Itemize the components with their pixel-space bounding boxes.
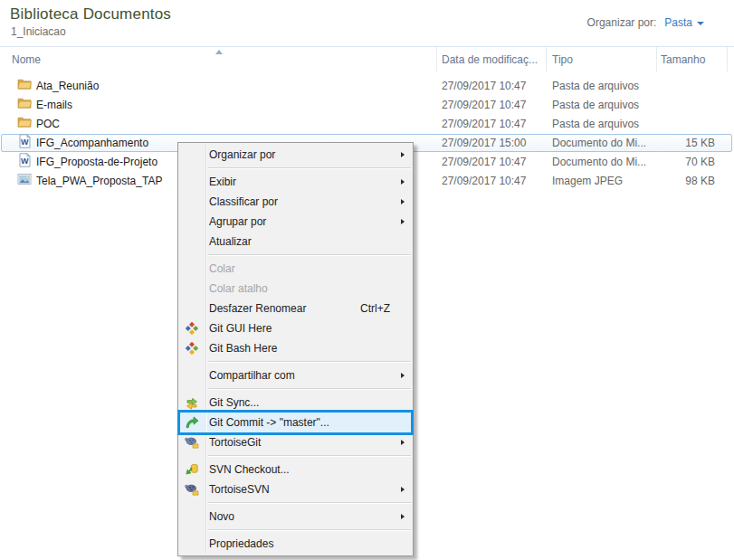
- menu-item-label: Compartilhar com: [209, 369, 295, 382]
- menu-item-label: Colar atalho: [209, 282, 268, 295]
- menu-item-git-gui-here[interactable]: Git GUI Here: [178, 318, 413, 338]
- organize-by-value: Pasta: [664, 16, 692, 29]
- menu-item-label: TortoiseGit: [209, 436, 261, 449]
- file-type: Pasta de arquivos: [552, 96, 639, 115]
- column-header-name[interactable]: Nome: [12, 53, 41, 66]
- svn-checkout-icon: [185, 462, 199, 477]
- column-separator: [546, 47, 547, 71]
- menu-item-label: Exibir: [209, 176, 236, 188]
- file-date: 27/09/2017 10:47: [442, 115, 526, 134]
- menu-separator: [178, 165, 413, 172]
- menu-item-git-sync[interactable]: Git Sync...: [178, 393, 413, 413]
- menu-item-tortoisesvn[interactable]: TortoiseSVN: [178, 479, 413, 499]
- menu-item-label: Git Commit -> "master"...: [209, 416, 329, 429]
- submenu-arrow-icon: [401, 514, 405, 519]
- menu-item-organizar-por[interactable]: Organizar por: [178, 145, 413, 165]
- file-date: 27/09/2017 10:47: [442, 96, 526, 115]
- organize-by-button[interactable]: Pasta: [664, 16, 704, 29]
- menu-item-propriedades[interactable]: Propriedades: [178, 534, 413, 554]
- word-doc-icon: W: [17, 153, 32, 167]
- file-name: Ata_Reunião: [36, 77, 99, 96]
- git-commit-arrow-icon: [185, 415, 199, 430]
- menu-item-shortcut: Ctrl+Z: [360, 302, 390, 315]
- menu-item-desfazer-renomear[interactable]: Desfazer RenomearCtrl+Z: [178, 299, 413, 318]
- organize-by-label: Organizar por:: [587, 16, 657, 29]
- column-header-row: Nome Data de modificaç... Tipo Tamanho: [0, 47, 734, 71]
- tortoisesvn-turtle-icon: [185, 482, 199, 497]
- menu-item-exibir[interactable]: Exibir: [178, 172, 413, 192]
- jpeg-image-icon: [17, 172, 32, 186]
- menu-item-label: Novo: [209, 510, 234, 523]
- menu-item-label: Git GUI Here: [209, 322, 272, 335]
- context-menu: Organizar porExibirClassificar porAgrupa…: [177, 142, 414, 556]
- file-date: 27/09/2017 10:47: [442, 172, 526, 191]
- file-type: Pasta de arquivos: [552, 115, 639, 134]
- menu-item-git-commit-master[interactable]: Git Commit -> "master"...: [178, 413, 413, 432]
- menu-item-git-bash-here[interactable]: Git Bash Here: [178, 338, 413, 358]
- menu-item-label: Desfazer Renomear: [209, 302, 306, 315]
- submenu-arrow-icon: [401, 487, 405, 492]
- git-sync-icon: [185, 395, 199, 410]
- menu-item-label: Colar: [209, 262, 235, 275]
- menu-item-label: SVN Checkout...: [209, 463, 290, 476]
- explorer-window: Biblioteca Documentos 1_Iniciacao Organi…: [0, 0, 734, 560]
- file-name: POC: [36, 115, 60, 134]
- submenu-arrow-icon: [401, 373, 405, 378]
- menu-item-colar: Colar: [178, 259, 413, 279]
- file-size: 98 KB: [661, 172, 715, 191]
- file-type: Documento do Mi...: [552, 153, 646, 172]
- sort-ascending-icon: [215, 50, 223, 54]
- git-logo-icon: [185, 321, 199, 336]
- menu-item-agrupar-por[interactable]: Agrupar por: [178, 212, 413, 232]
- file-name: Tela_PWA_Proposta_TAP: [36, 172, 162, 191]
- menu-separator: [178, 527, 413, 534]
- menu-item-label: Atualizar: [209, 235, 252, 248]
- submenu-arrow-icon: [401, 152, 405, 157]
- file-size: 70 KB: [661, 153, 715, 172]
- column-header-type[interactable]: Tipo: [552, 53, 573, 66]
- menu-item-compartilhar-com[interactable]: Compartilhar com: [178, 365, 413, 385]
- svg-text:W: W: [21, 138, 29, 147]
- tortoisegit-turtle-icon: [185, 435, 199, 450]
- file-date: 27/09/2017 15:00: [442, 134, 526, 153]
- menu-item-label: Propriedades: [209, 537, 273, 550]
- file-row-poc[interactable]: POC27/09/2017 10:47Pasta de arquivos: [0, 115, 734, 134]
- menu-item-label: TortoiseSVN: [209, 483, 270, 496]
- menu-item-label: Classificar por: [209, 195, 278, 208]
- organize-by-control: Organizar por: Pasta: [587, 16, 704, 29]
- file-date: 27/09/2017 10:47: [442, 153, 526, 172]
- menu-item-novo[interactable]: Novo: [178, 507, 413, 527]
- file-size: 15 KB: [661, 134, 715, 153]
- file-type: Documento do Mi...: [552, 134, 646, 153]
- submenu-arrow-icon: [401, 179, 405, 185]
- menu-item-svn-checkout[interactable]: SVN Checkout...: [178, 460, 413, 479]
- menu-item-atualizar[interactable]: Atualizar: [178, 232, 413, 252]
- menu-item-tortoisegit[interactable]: TortoiseGit: [178, 432, 413, 452]
- chevron-down-icon: [697, 22, 704, 25]
- menu-separator: [178, 385, 413, 393]
- git-logo-icon: [185, 341, 199, 356]
- word-doc-icon: W: [17, 134, 32, 148]
- submenu-arrow-icon: [401, 199, 405, 204]
- file-row-e-mails[interactable]: E-mails27/09/2017 10:47Pasta de arquivos: [0, 96, 734, 115]
- file-type: Imagem JPEG: [552, 172, 623, 191]
- menu-item-label: Git Bash Here: [209, 342, 277, 355]
- file-row-ata-reuni-o[interactable]: Ata_Reunião27/09/2017 10:47Pasta de arqu…: [0, 77, 734, 96]
- page-title: Biblioteca Documentos: [10, 5, 171, 24]
- svg-text:W: W: [21, 157, 29, 166]
- menu-item-colar-atalho: Colar atalho: [178, 279, 413, 299]
- folder-icon: [17, 77, 32, 91]
- menu-separator: [178, 499, 413, 507]
- menu-separator: [178, 358, 413, 365]
- menu-item-label: Git Sync...: [209, 396, 259, 409]
- file-type: Pasta de arquivos: [552, 77, 639, 96]
- file-name: IFG_Acompanhamento: [36, 134, 148, 153]
- breadcrumb-folder: 1_Iniciacao: [11, 25, 66, 38]
- menu-item-classificar-por[interactable]: Classificar por: [178, 192, 413, 212]
- folder-icon: [17, 96, 32, 110]
- column-separator: [436, 47, 437, 71]
- column-header-date[interactable]: Data de modificaç...: [442, 53, 538, 66]
- column-header-size[interactable]: Tamanho: [661, 53, 705, 66]
- menu-separator: [178, 452, 413, 460]
- file-name: IFG_Proposta-de-Projeto: [36, 153, 157, 172]
